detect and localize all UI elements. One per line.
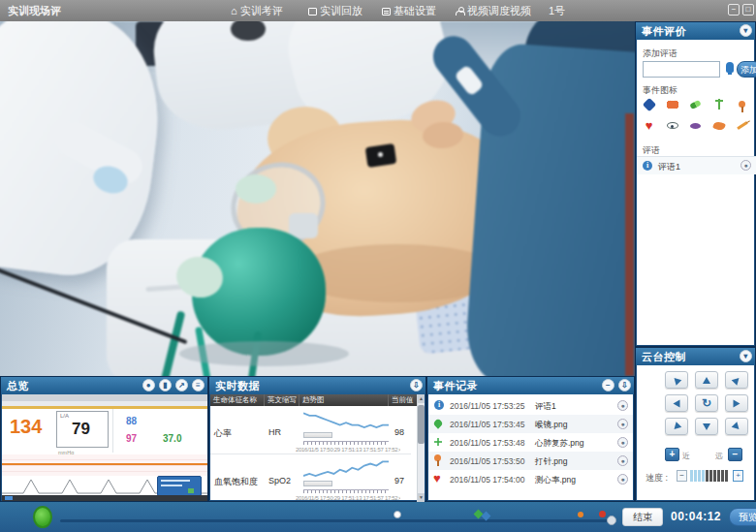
collapse-icon[interactable]: ▾ — [740, 350, 752, 362]
ptz-left-button[interactable] — [665, 394, 688, 412]
ptz-up-right-button[interactable] — [725, 371, 748, 389]
eye-icon[interactable] — [666, 119, 678, 132]
hr-trend-chart — [303, 409, 389, 430]
delete-icon[interactable]: − — [602, 379, 614, 391]
table-row[interactable]: 血氧饱和度 SpO2 2016/11/5 17:50:29 17:51:13 1… — [210, 454, 411, 502]
popup-ok-dot — [188, 488, 194, 493]
current-value: 98 — [394, 427, 404, 437]
vital-name: 血氧饱和度 — [214, 476, 258, 488]
event-time: 2016/11/05 17:54:00 — [450, 475, 524, 485]
event-action-icon[interactable]: ● — [617, 474, 628, 485]
capsule-icon[interactable] — [689, 98, 702, 110]
record-icon[interactable]: ▮ — [159, 379, 172, 391]
preview-button[interactable]: 预览 — [729, 508, 756, 526]
tab-video-dispatch[interactable]: 视频调度视频 — [456, 4, 531, 18]
speed-increase-button[interactable]: + — [733, 470, 743, 482]
speed-decrease-button[interactable]: − — [677, 470, 687, 482]
speed-level-indicator[interactable] — [690, 470, 728, 482]
scrollbar-up-arrow[interactable]: ▲ — [418, 394, 425, 403]
home-icon: ⌂ — [231, 6, 237, 16]
camera-icon[interactable]: ● — [142, 379, 155, 391]
lungs-icon[interactable] — [666, 98, 678, 110]
iv-stand-icon[interactable] — [712, 98, 725, 110]
arrow-up-icon — [703, 377, 710, 384]
tab-training-assessment[interactable]: ⌂ 实训考评 — [231, 4, 283, 18]
comment-input[interactable] — [643, 61, 720, 78]
panel-title: 实时数据 — [215, 380, 260, 391]
ptz-reset-button[interactable]: ↻ — [695, 394, 718, 412]
ptz-up-left-button[interactable] — [665, 371, 688, 389]
ptz-down-button[interactable] — [695, 418, 718, 435]
timeline-slider-thumb[interactable] — [607, 516, 616, 525]
ptz-control-panel: 云台控制 ▾ ↻ + 近 远 − 速度 : − + — [635, 347, 756, 502]
ptz-header: 云台控制 ▾ — [636, 348, 755, 365]
red-pole-edge — [625, 113, 634, 376]
end-button[interactable]: 结束 — [622, 508, 663, 526]
room-number-label: 1号 — [549, 4, 565, 18]
ptz-up-button[interactable] — [695, 371, 718, 389]
event-action-icon[interactable]: ● — [617, 419, 628, 429]
pin-icon[interactable] — [736, 98, 748, 110]
scrollbar[interactable]: ▲ ▼ — [417, 394, 425, 502]
event-row[interactable]: i 2016/11/05 17:53:25 评语1 ● — [428, 396, 633, 415]
event-row[interactable]: 2016/11/05 17:53:50 打针.png ● — [428, 452, 633, 470]
timeline-marker-orange[interactable] — [578, 512, 583, 517]
ptz-right-button[interactable] — [725, 394, 748, 412]
electrode-stud — [378, 152, 383, 157]
zoom-in-button[interactable]: + — [665, 448, 679, 461]
scrollbar-down-arrow[interactable]: ▼ — [418, 493, 425, 502]
print-icon[interactable]: ≡ — [192, 379, 205, 391]
maximize-button[interactable]: □ — [742, 4, 754, 16]
event-row[interactable]: ♥ 2016/11/05 17:54:00 测心率.png ● — [428, 470, 633, 488]
timeline-marker-info[interactable] — [394, 511, 401, 518]
overview-panel: 总览 ● ▮ ↗ ≡ 134 L/A 79 mmHg 88 97 37.0 — [0, 376, 208, 502]
comment-action-icon[interactable]: ● — [740, 160, 751, 171]
tab-basic-settings[interactable]: 基础设置 — [382, 4, 436, 18]
zoom-out-button[interactable]: − — [728, 448, 742, 461]
event-name: 喉镜.png — [535, 420, 568, 431]
timeline-track[interactable] — [60, 519, 613, 522]
event-record-header: 事件记录 − ⇩ — [427, 377, 634, 394]
export-icon[interactable]: ⇩ — [410, 379, 423, 391]
col-trend: 趋势图 — [299, 394, 389, 406]
comment-text: 评语1 — [658, 161, 680, 173]
event-action-icon[interactable]: ● — [617, 400, 628, 411]
glove-on-mask — [236, 174, 276, 203]
range-selector[interactable] — [303, 481, 332, 486]
collapse-icon[interactable]: ▾ — [740, 24, 752, 37]
col-abbr: 英文缩写 — [265, 394, 299, 406]
event-action-icon[interactable]: ● — [617, 437, 628, 448]
arrow-up-right-icon — [732, 375, 742, 386]
range-selector[interactable] — [303, 432, 332, 438]
event-name: 评语1 — [535, 401, 556, 413]
microphone-icon[interactable] — [726, 62, 734, 73]
resp-value: 88 — [126, 416, 137, 426]
tab-training-playback[interactable]: 实训回放 — [308, 4, 362, 18]
recording-indicator — [33, 506, 52, 528]
axis-timestamps: 2016/11/5 17:50:29 17:51:13 17:51:57 17:… — [296, 447, 400, 453]
bvm-valve — [289, 213, 318, 238]
ptz-down-right-button[interactable] — [725, 418, 748, 435]
add-comment-button[interactable]: 添加 — [737, 61, 756, 78]
minimize-button[interactable]: − — [728, 4, 740, 16]
heart-icon[interactable]: ♥ — [643, 119, 655, 132]
timeline-marker-red[interactable] — [599, 511, 606, 517]
scrollbar-thumb[interactable] — [418, 405, 425, 444]
tab-label: 实训考评 — [240, 4, 283, 18]
share-icon[interactable]: ↗ — [175, 379, 188, 391]
info-icon: i — [643, 161, 652, 171]
ptz-down-left-button[interactable] — [665, 418, 688, 435]
table-row[interactable]: 心率 HR 2016/11/5 17:50:29 17:51:13 17:51:… — [210, 406, 411, 454]
event-row[interactable]: 2016/11/05 17:53:48 心肺复苏.png ● — [428, 433, 633, 452]
vital-name: 心率 — [214, 427, 232, 440]
export-icon[interactable]: ⇩ — [618, 379, 631, 391]
comment-list-item[interactable]: i 评语1 ● — [637, 157, 756, 174]
event-time: 2016/11/05 17:53:45 — [450, 420, 524, 429]
arrow-down-right-icon — [732, 422, 742, 432]
event-action-icon[interactable]: ● — [617, 455, 628, 466]
diamond-icon[interactable] — [643, 98, 655, 110]
mouth-icon[interactable] — [689, 119, 702, 132]
arm-icon[interactable] — [712, 119, 725, 132]
event-row[interactable]: 2016/11/05 17:53:45 喉镜.png ● — [428, 415, 633, 433]
syringe-icon[interactable] — [736, 119, 748, 132]
